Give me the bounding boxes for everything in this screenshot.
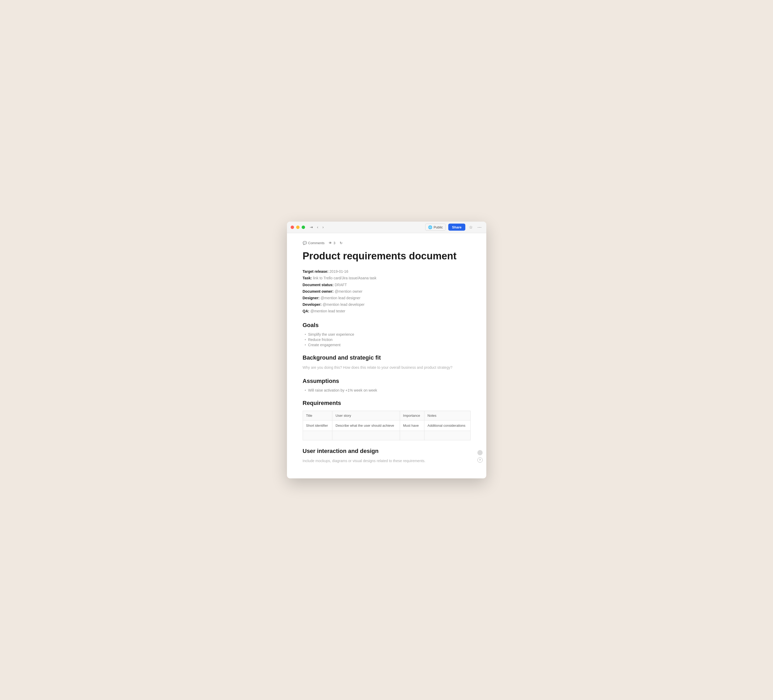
meta-label-designer: Designer: xyxy=(303,295,320,301)
meta-developer: Developer: @mention lead developer xyxy=(303,301,470,308)
minimize-button[interactable] xyxy=(296,225,299,229)
meta-value-qa[interactable]: @mention lead tester xyxy=(310,308,345,314)
meta-task: Task: link to Trello card/Jira issue/Asa… xyxy=(303,275,470,281)
meta-qa: QA: @mention lead tester xyxy=(303,308,470,314)
list-item: Create engagement xyxy=(305,343,470,347)
cell-user-story-2[interactable] xyxy=(332,431,400,440)
cell-importance-1[interactable]: Must have xyxy=(400,421,424,431)
cell-title-2[interactable] xyxy=(303,431,332,440)
user-interaction-heading: User interaction and design xyxy=(303,448,470,455)
meta-designer: Designer: @mention lead designer xyxy=(303,295,470,301)
share-button[interactable]: Share xyxy=(448,224,465,231)
requirements-heading: Requirements xyxy=(303,400,470,406)
app-window: ⇥ ‹ › 🌐 Public Share ☆ ⋯ 💬 Comments 👁 3 xyxy=(287,222,486,479)
traffic-lights xyxy=(291,225,305,229)
titlebar-left-actions: ⇥ ‹ › xyxy=(309,224,325,230)
user-interaction-placeholder[interactable]: Include mockups, diagrams or visual desi… xyxy=(303,458,470,464)
meta-target-release: Target release: 2019-01-16 xyxy=(303,268,470,275)
meta-value-target-release[interactable]: 2019-01-16 xyxy=(329,268,348,275)
table-row[interactable]: Short identifier Describe what the user … xyxy=(303,421,470,431)
star-icon[interactable]: ☆ xyxy=(468,224,474,231)
document-metadata: Target release: 2019-01-16 Task: link to… xyxy=(303,268,470,314)
goal-link-1[interactable]: Simplify the user experience xyxy=(308,332,354,337)
comments-label: Comments xyxy=(308,241,325,245)
table-header-row: Title User story Importance Notes xyxy=(303,411,470,421)
table-row[interactable] xyxy=(303,431,470,440)
public-button[interactable]: 🌐 Public xyxy=(425,224,446,231)
globe-icon: 🌐 xyxy=(428,225,432,229)
comment-icon: 💬 xyxy=(303,241,307,245)
doc-toolbar: 💬 Comments 👁 3 ↻ xyxy=(303,238,470,250)
list-item: Will raise activation by +1% week on wee… xyxy=(305,388,470,392)
col-header-importance: Importance xyxy=(400,411,424,421)
meta-label-doc-status: Document status: xyxy=(303,282,334,288)
meta-label-qa: QA: xyxy=(303,308,309,314)
meta-value-doc-status: DRAFT xyxy=(335,282,347,288)
document-content: 💬 Comments 👁 3 ↻ Product requirements do… xyxy=(287,233,486,479)
titlebar-right-actions: 🌐 Public Share ☆ ⋯ xyxy=(425,224,483,231)
views-indicator: 👁 3 xyxy=(329,241,335,245)
goals-heading: Goals xyxy=(303,322,470,329)
cell-notes-2[interactable] xyxy=(424,431,470,440)
col-header-title: Title xyxy=(303,411,332,421)
list-item: Simplify the user experience xyxy=(305,332,470,337)
cell-importance-2[interactable] xyxy=(400,431,424,440)
forward-icon[interactable]: › xyxy=(321,224,325,230)
meta-doc-owner: Document owner: @mention owner xyxy=(303,288,470,295)
requirements-table: Title User story Importance Notes Short … xyxy=(303,411,470,440)
views-count: 3 xyxy=(333,241,335,245)
meta-value-task[interactable]: link to Trello card/Jira issue/Asana tas… xyxy=(313,275,377,281)
back-icon[interactable]: ‹ xyxy=(316,224,319,230)
col-header-user-story: User story xyxy=(332,411,400,421)
close-button[interactable] xyxy=(291,225,294,229)
refresh-button[interactable]: ↻ xyxy=(340,241,342,245)
public-label: Public xyxy=(434,225,443,229)
meta-label-doc-owner: Document owner: xyxy=(303,288,334,295)
col-header-notes: Notes xyxy=(424,411,470,421)
cell-user-story-1[interactable]: Describe what the user should achieve xyxy=(332,421,400,431)
sidebar-toggle-icon[interactable]: ⇥ xyxy=(309,224,314,230)
assumption-link-1[interactable]: Will raise activation by +1% week on wee… xyxy=(308,388,377,392)
assumptions-heading: Assumptions xyxy=(303,378,470,385)
list-item: Reduce friction xyxy=(305,338,470,342)
assumptions-list: Will raise activation by +1% week on wee… xyxy=(303,388,470,392)
maximize-button[interactable] xyxy=(302,225,305,229)
more-options-icon[interactable]: ⋯ xyxy=(476,224,483,231)
cell-notes-1[interactable]: Additional considerations xyxy=(424,421,470,431)
meta-doc-status: Document status: DRAFT xyxy=(303,282,470,288)
comments-button[interactable]: 💬 Comments xyxy=(303,241,325,245)
meta-value-designer[interactable]: @mention lead designer xyxy=(321,295,360,301)
meta-label-developer: Developer: xyxy=(303,301,322,308)
background-placeholder[interactable]: Why are you doing this? How does this re… xyxy=(303,365,470,370)
goal-link-2[interactable]: Reduce friction xyxy=(308,338,332,342)
eye-icon: 👁 xyxy=(329,241,332,245)
meta-label-target-release: Target release: xyxy=(303,268,329,275)
help-dot xyxy=(477,450,483,455)
floating-help: ? xyxy=(477,450,483,463)
cell-title-1[interactable]: Short identifier xyxy=(303,421,332,431)
goals-list: Simplify the user experience Reduce fric… xyxy=(303,332,470,347)
meta-label-task: Task: xyxy=(303,275,312,281)
titlebar: ⇥ ‹ › 🌐 Public Share ☆ ⋯ xyxy=(287,222,486,233)
help-button[interactable]: ? xyxy=(477,457,483,463)
background-heading: Background and strategic fit xyxy=(303,354,470,361)
document-title: Product requirements document xyxy=(303,250,470,262)
refresh-icon: ↻ xyxy=(340,241,342,245)
meta-value-doc-owner[interactable]: @mention owner xyxy=(335,288,362,295)
goal-link-3[interactable]: Create engagement xyxy=(308,343,340,347)
meta-value-developer[interactable]: @mention lead developer xyxy=(322,301,365,308)
